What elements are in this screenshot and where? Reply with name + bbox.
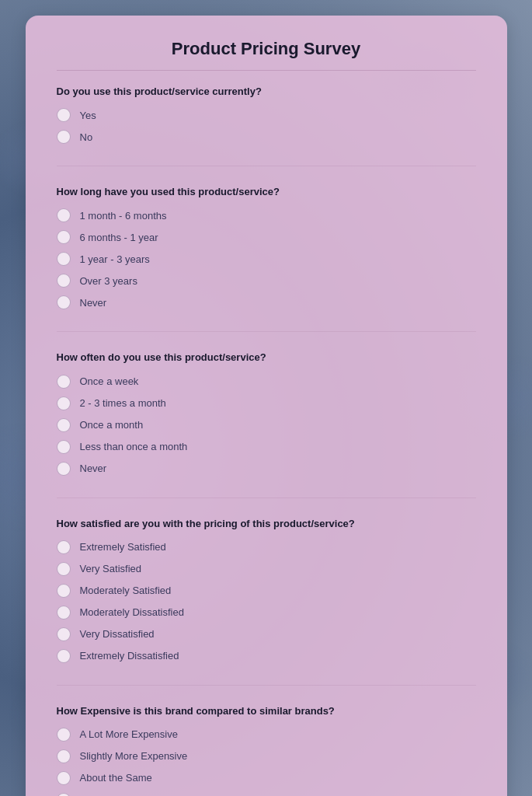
radio-circle-satisfaction-0	[57, 540, 71, 554]
survey-card: Product Pricing Survey Do you use this p…	[26, 16, 507, 796]
radio-option-satisfaction-2[interactable]: Moderately Satisfied	[57, 584, 476, 598]
radio-label-frequency-1: 2 - 3 times a month	[80, 397, 166, 409]
radio-label-comparison-0: A Lot More Expensive	[80, 728, 178, 740]
radio-circle-current-use-1	[57, 130, 71, 144]
radio-label-frequency-3: Less than once a month	[80, 441, 188, 452]
radio-option-frequency-1[interactable]: 2 - 3 times a month	[57, 396, 476, 410]
question-comparison: How Expensive is this brand compared to …	[57, 704, 476, 718]
radio-label-satisfaction-4: Very Dissatisfied	[80, 628, 155, 640]
section-current-use: Do you use this product/service currentl…	[57, 85, 476, 144]
radio-circle-duration-2	[57, 252, 71, 266]
radio-circle-duration-1	[57, 230, 71, 244]
radio-option-duration-4[interactable]: Never	[57, 295, 476, 309]
section-satisfaction: How satisfied are you with the pricing o…	[57, 517, 476, 663]
divider-1	[57, 331, 476, 332]
radio-option-frequency-2[interactable]: Once a month	[57, 418, 476, 432]
radio-circle-frequency-2	[57, 418, 71, 432]
radio-circle-comparison-1	[57, 749, 71, 763]
radio-circle-satisfaction-3	[57, 606, 71, 620]
radio-option-duration-0[interactable]: 1 month - 6 months	[57, 208, 476, 222]
radio-label-current-use-0: Yes	[80, 110, 96, 121]
radio-circle-frequency-1	[57, 396, 71, 410]
radio-label-duration-3: Over 3 years	[80, 275, 137, 287]
radio-label-duration-4: Never	[80, 297, 107, 309]
radio-circle-satisfaction-5	[57, 649, 71, 663]
question-current-use: Do you use this product/service currentl…	[57, 85, 476, 99]
radio-circle-comparison-0	[57, 728, 71, 742]
radio-circle-duration-4	[57, 295, 71, 309]
radio-option-comparison-2[interactable]: About the Same	[57, 771, 476, 785]
radio-label-comparison-2: About the Same	[80, 772, 152, 784]
radio-label-satisfaction-1: Very Satisfied	[80, 563, 142, 574]
radio-option-frequency-0[interactable]: Once a week	[57, 375, 476, 389]
radio-option-duration-3[interactable]: Over 3 years	[57, 274, 476, 288]
radio-label-frequency-0: Once a week	[80, 375, 139, 387]
radio-circle-frequency-3	[57, 440, 71, 454]
radio-label-satisfaction-2: Moderately Satisfied	[80, 585, 172, 596]
radio-label-duration-2: 1 year - 3 years	[80, 253, 150, 265]
radio-label-duration-1: 6 months - 1 year	[80, 232, 158, 243]
radio-option-current-use-0[interactable]: Yes	[57, 108, 476, 122]
question-duration: How long have you used this product/serv…	[57, 185, 476, 199]
radio-circle-duration-0	[57, 208, 71, 222]
radio-option-duration-1[interactable]: 6 months - 1 year	[57, 230, 476, 244]
radio-circle-duration-3	[57, 274, 71, 288]
radio-option-comparison-3[interactable]: Slightly Cheaper	[57, 793, 476, 796]
radio-option-satisfaction-3[interactable]: Moderately Dissatisfied	[57, 606, 476, 620]
radio-option-satisfaction-4[interactable]: Very Dissatisfied	[57, 627, 476, 641]
question-satisfaction: How satisfied are you with the pricing o…	[57, 517, 476, 531]
radio-label-duration-0: 1 month - 6 months	[80, 210, 167, 222]
divider-2	[57, 498, 476, 498]
radio-label-comparison-1: Slightly More Expensive	[80, 750, 188, 762]
radio-circle-comparison-2	[57, 771, 71, 785]
radio-circle-frequency-4	[57, 462, 71, 476]
radio-label-frequency-4: Never	[80, 463, 107, 474]
radio-label-satisfaction-5: Extremely Dissatisfied	[80, 650, 179, 662]
survey-title: Product Pricing Survey	[57, 39, 476, 71]
radio-circle-satisfaction-1	[57, 562, 71, 576]
radio-circle-comparison-3	[57, 793, 71, 796]
radio-option-duration-2[interactable]: 1 year - 3 years	[57, 252, 476, 266]
radio-label-satisfaction-3: Moderately Dissatisfied	[80, 606, 184, 618]
radio-option-frequency-4[interactable]: Never	[57, 462, 476, 476]
divider-0	[57, 166, 476, 166]
radio-option-comparison-0[interactable]: A Lot More Expensive	[57, 728, 476, 742]
radio-option-satisfaction-0[interactable]: Extremely Satisfied	[57, 540, 476, 554]
radio-option-satisfaction-5[interactable]: Extremely Dissatisfied	[57, 649, 476, 663]
section-comparison: How Expensive is this brand compared to …	[57, 704, 476, 796]
radio-circle-frequency-0	[57, 375, 71, 389]
section-duration: How long have you used this product/serv…	[57, 185, 476, 309]
divider-3	[57, 685, 476, 686]
radio-circle-satisfaction-2	[57, 584, 71, 598]
radio-label-current-use-1: No	[80, 131, 93, 143]
radio-circle-current-use-0	[57, 108, 71, 122]
radio-option-frequency-3[interactable]: Less than once a month	[57, 440, 476, 454]
radio-option-current-use-1[interactable]: No	[57, 130, 476, 144]
section-frequency: How often do you use this product/servic…	[57, 351, 476, 475]
question-frequency: How often do you use this product/servic…	[57, 351, 476, 365]
radio-label-frequency-2: Once a month	[80, 419, 144, 431]
radio-option-satisfaction-1[interactable]: Very Satisfied	[57, 562, 476, 576]
radio-label-satisfaction-0: Extremely Satisfied	[80, 541, 166, 553]
radio-circle-satisfaction-4	[57, 627, 71, 641]
radio-option-comparison-1[interactable]: Slightly More Expensive	[57, 749, 476, 763]
